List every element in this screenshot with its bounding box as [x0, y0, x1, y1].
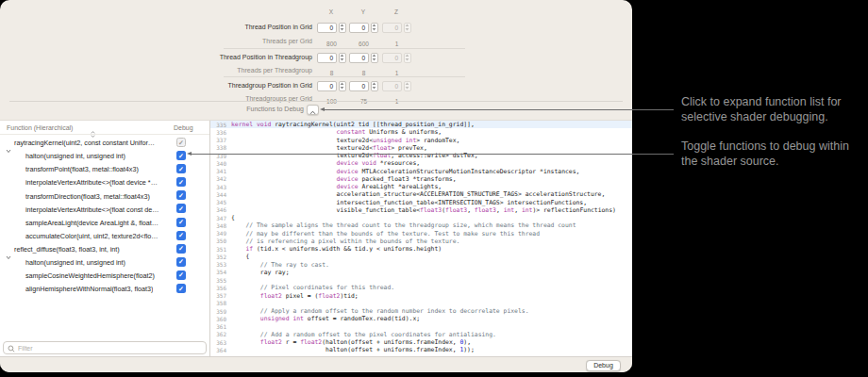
- functions-to-debug-expand-button[interactable]: [307, 105, 319, 115]
- annotation-toggle-functions: Toggle functions to debug within the sha…: [681, 139, 866, 169]
- function-label: transformPoint(float3, metal::float4x3): [25, 165, 139, 173]
- debug-checkbox[interactable]: ✓: [176, 164, 186, 173]
- thread-row: Threadgroup Position in Grid000: [0, 80, 491, 92]
- function-row[interactable]: sampleCosineWeightedHemisphere(float2)✓: [0, 269, 209, 282]
- code-text: constant Uniforms & uniforms,: [231, 128, 442, 136]
- debug-checkbox[interactable]: ✓: [176, 190, 186, 200]
- line-number: 360: [210, 316, 226, 322]
- filter-field[interactable]: [3, 341, 207, 354]
- function-row[interactable]: interpolateVertexAttribute<>(float devic…: [0, 175, 209, 188]
- debug-checkbox[interactable]: ✓: [176, 270, 186, 280]
- function-row[interactable]: transformPoint(float3, metal::float4x3)✓: [0, 162, 209, 175]
- debug-checkbox[interactable]: ✓: [176, 151, 186, 160]
- function-list-header[interactable]: Function (Hierarchical) Debug: [0, 121, 209, 135]
- function-label: halton(unsigned int, unsigned int): [25, 152, 125, 160]
- debug-checkbox[interactable]: ✓: [176, 204, 186, 213]
- line-number: 347: [210, 215, 226, 221]
- code-line: 355: [210, 276, 632, 284]
- chevron-up-icon: [309, 102, 316, 119]
- annotation-line: selective shader debugging.: [681, 110, 866, 125]
- annotation-line: Click to expand function list for: [681, 95, 866, 110]
- column-header-x: X: [317, 8, 345, 15]
- stepper-field-y[interactable]: 0: [349, 52, 378, 63]
- function-label: alignHemisphereWithNormal(float3, float3…: [25, 285, 153, 293]
- shader-source-editor[interactable]: 335kernel void raytracingKernel(uint2 ti…: [210, 121, 632, 356]
- stepper-arrows-icon[interactable]: [339, 53, 346, 63]
- panel-divider: [9, 101, 623, 102]
- stepper-arrows-icon[interactable]: [339, 81, 346, 91]
- function-row[interactable]: halton(unsigned int, unsigned int)✓: [0, 255, 209, 269]
- debug-button[interactable]: Debug: [586, 360, 621, 371]
- function-row[interactable]: sampleAreaLight(device AreaLight &, floa…: [0, 216, 209, 229]
- code-text: ray ray;: [231, 269, 290, 276]
- debug-column-header: Debug: [174, 124, 193, 131]
- function-row[interactable]: reflect_diffuse(float3, float3, int, int…: [0, 242, 209, 255]
- thread-row: Threads per Grid8006001: [0, 36, 491, 48]
- code-line: 356 // Pixel coordinates for this thread…: [210, 284, 632, 291]
- stepper-arrows-icon: [404, 53, 411, 63]
- function-list-panel: Function (Hierarchical) Debug raytracing…: [0, 121, 209, 356]
- code-line: 337 texture2d<unsigned int> randomTex,: [210, 137, 632, 144]
- debug-checkbox[interactable]: ✓: [176, 231, 186, 240]
- function-label: interpolateVertexAttribute<>(float devic…: [25, 178, 158, 187]
- stepper-field-x[interactable]: 0: [317, 80, 346, 91]
- bottom-bar: Debug: [0, 356, 632, 372]
- line-number: 348: [210, 222, 226, 229]
- function-row[interactable]: transformDirection(float3, metal::float4…: [0, 188, 209, 202]
- function-label: halton(unsigned int, unsigned int): [25, 258, 125, 267]
- function-row[interactable]: raytracingKernel(uint2, const constant U…: [0, 136, 209, 149]
- code-line: 351 if (tid.x < uniforms.width && tid.y …: [210, 245, 632, 253]
- code-text: // Add a random offset to the pixel coor…: [231, 331, 496, 338]
- function-row[interactable]: alignHemisphereWithNormal(float3, float3…: [0, 282, 209, 295]
- function-label: sampleCosineWeightedHemisphere(float2): [25, 271, 155, 280]
- code-text: // is referencing a pixel within the bou…: [231, 238, 459, 245]
- function-row[interactable]: interpolateVertexAttribute<>(float const…: [0, 202, 209, 215]
- code-text: // may be different than the bounds of t…: [231, 230, 540, 238]
- code-line: 348 // The sample aligns the thread coun…: [210, 221, 632, 229]
- annotation-line: Toggle functions to debug within: [681, 139, 866, 155]
- line-number: 335: [210, 122, 226, 128]
- column-header-z: Z: [382, 8, 410, 15]
- stepper-field-y[interactable]: 0: [349, 22, 378, 33]
- stepper-field-x[interactable]: 0: [317, 52, 346, 63]
- debug-checkbox[interactable]: ✓: [176, 244, 186, 254]
- stepper-arrows-icon: [404, 81, 411, 91]
- code-line: 341 device MTLAccelerationStructureMotio…: [210, 168, 632, 175]
- code-text: // Pixel coordinates for this thread.: [231, 284, 394, 291]
- debug-checkbox[interactable]: ✓: [176, 218, 186, 227]
- code-text: visible_function_table<float3(float3, fl…: [231, 206, 616, 214]
- function-row[interactable]: halton(unsigned int, unsigned int)✓: [0, 149, 209, 162]
- stepper-arrows-icon[interactable]: [371, 53, 378, 63]
- function-column-header[interactable]: Function (Hierarchical): [7, 124, 73, 131]
- function-row[interactable]: accumulateColor(uint, uint2, texture2d<f…: [0, 229, 209, 242]
- code-text: float2 r = float2(halton(offset + unifor…: [231, 338, 471, 346]
- shader-debugger-window: X Y Z Thread Position in Grid000Threads …: [0, 0, 632, 372]
- stepper-arrows-icon[interactable]: [339, 23, 346, 33]
- debug-checkbox[interactable]: ✓: [176, 138, 186, 147]
- code-line: 335kernel void raytracingKernel(uint2 ti…: [210, 121, 632, 128]
- filter-input[interactable]: [18, 345, 197, 352]
- function-label: accumulateColor(uint, uint2, texture2d<f…: [25, 232, 158, 240]
- thread-row-label: Threadgroup Position in Grid: [0, 82, 312, 89]
- code-line: 344 acceleration_structure<ACCELERATION_…: [210, 190, 632, 198]
- thread-row-label: Threads per Threadgroup: [0, 67, 312, 74]
- stepper-arrows-icon[interactable]: [371, 23, 378, 33]
- code-text: texture2d<float> prevTex,: [231, 144, 427, 152]
- debug-checkbox[interactable]: ✓: [176, 177, 186, 187]
- annotation-line: the shader source.: [681, 155, 866, 170]
- stepper-field-z: 0: [382, 80, 411, 91]
- line-number: 355: [210, 277, 226, 284]
- callout-line-expand: [325, 109, 674, 110]
- stepper-field-x[interactable]: 0: [317, 22, 346, 33]
- code-text: float2 pixel = (float2)tid;: [231, 292, 359, 300]
- code-text: // The sample aligns the thread count to…: [231, 221, 576, 229]
- code-text: intersection_function_table<INTERSECTION…: [231, 199, 587, 206]
- debug-checkbox[interactable]: ✓: [176, 257, 186, 267]
- debug-checkbox[interactable]: ✓: [176, 284, 186, 293]
- callout-line-checkbox: [192, 154, 674, 155]
- stepper-arrows-icon[interactable]: [371, 81, 378, 91]
- code-line: 343 device AreaLight *areaLights,: [210, 183, 632, 190]
- line-number: 353: [210, 261, 226, 268]
- stepper-field-y[interactable]: 0: [349, 80, 378, 91]
- line-number: 352: [210, 254, 226, 260]
